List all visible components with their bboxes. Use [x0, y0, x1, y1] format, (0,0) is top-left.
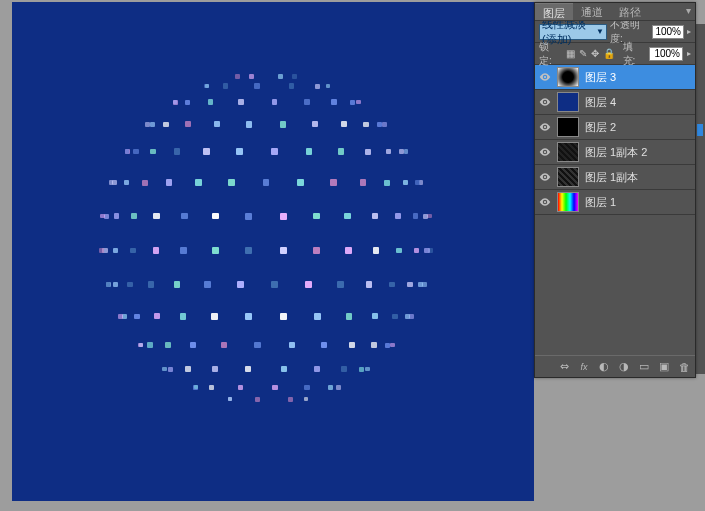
- lock-icons: ▦ ✎ ✥ 🔒: [566, 48, 615, 59]
- svg-point-2: [544, 126, 546, 128]
- link-icon[interactable]: ⇔: [557, 360, 571, 374]
- lock-all-icon[interactable]: 🔒: [603, 48, 615, 59]
- lock-fill-row: 锁定: ▦ ✎ ✥ 🔒 填充: 100% ▸: [535, 43, 695, 65]
- side-strip: [696, 24, 705, 374]
- layer-row[interactable]: 图层 1副本: [535, 165, 695, 190]
- new-layer-icon[interactable]: ▣: [657, 360, 671, 374]
- visibility-eye-icon[interactable]: [539, 71, 551, 83]
- panel-menu-icon[interactable]: ▾: [686, 5, 696, 19]
- tab-paths[interactable]: 路径: [611, 3, 649, 20]
- fill-input[interactable]: 100%: [649, 47, 683, 61]
- canvas-area[interactable]: [12, 2, 534, 501]
- layer-name: 图层 1副本 2: [585, 145, 647, 160]
- layer-thumbnail[interactable]: [557, 117, 579, 137]
- tab-layers[interactable]: 图层: [535, 3, 573, 20]
- layer-thumbnail[interactable]: [557, 167, 579, 187]
- chevron-right-icon[interactable]: ▸: [687, 27, 691, 36]
- panel-empty-area[interactable]: [535, 215, 695, 355]
- layer-row[interactable]: 图层 1: [535, 190, 695, 215]
- blend-mode-select[interactable]: 线性减淡(添加) ▼: [539, 24, 607, 40]
- mask-icon[interactable]: ◐: [597, 360, 611, 374]
- layer-name: 图层 2: [585, 120, 616, 135]
- svg-point-4: [544, 176, 546, 178]
- adjustment-icon[interactable]: ◑: [617, 360, 631, 374]
- layer-row[interactable]: 图层 4: [535, 90, 695, 115]
- visibility-eye-icon[interactable]: [539, 146, 551, 158]
- panel-footer: ⇔ fx ◐ ◑ ▭ ▣ 🗑: [535, 355, 695, 377]
- chevron-down-icon: ▼: [596, 27, 604, 36]
- layer-row[interactable]: 图层 3: [535, 65, 695, 90]
- fill-label: 填充:: [623, 40, 646, 68]
- layers-list: 图层 3图层 4图层 2图层 1副本 2图层 1副本图层 1: [535, 65, 695, 215]
- layer-thumbnail[interactable]: [557, 142, 579, 162]
- lock-label: 锁定:: [539, 40, 562, 68]
- opacity-input[interactable]: 100%: [652, 25, 684, 39]
- panel-tabs: 图层 通道 路径 ▾: [535, 3, 695, 21]
- lock-position-icon[interactable]: ✥: [591, 48, 599, 59]
- layers-panel: 图层 通道 路径 ▾ 线性减淡(添加) ▼ 不透明度: 100% ▸ 锁定: ▦…: [534, 2, 696, 378]
- svg-point-0: [544, 76, 546, 78]
- delete-icon[interactable]: 🗑: [677, 360, 691, 374]
- layer-thumbnail[interactable]: [557, 192, 579, 212]
- visibility-eye-icon[interactable]: [539, 96, 551, 108]
- layer-name: 图层 1副本: [585, 170, 638, 185]
- group-icon[interactable]: ▭: [637, 360, 651, 374]
- layer-thumbnail[interactable]: [557, 67, 579, 87]
- fx-icon[interactable]: fx: [577, 360, 591, 374]
- visibility-eye-icon[interactable]: [539, 121, 551, 133]
- lock-transparency-icon[interactable]: ▦: [566, 48, 575, 59]
- layer-row[interactable]: 图层 2: [535, 115, 695, 140]
- tab-channels[interactable]: 通道: [573, 3, 611, 20]
- visibility-eye-icon[interactable]: [539, 196, 551, 208]
- chevron-right-icon[interactable]: ▸: [687, 49, 691, 58]
- layer-row[interactable]: 图层 1副本 2: [535, 140, 695, 165]
- svg-point-3: [544, 151, 546, 153]
- layer-name: 图层 4: [585, 95, 616, 110]
- layer-thumbnail[interactable]: [557, 92, 579, 112]
- svg-point-1: [544, 101, 546, 103]
- layer-name: 图层 3: [585, 70, 616, 85]
- lock-paint-icon[interactable]: ✎: [579, 48, 587, 59]
- layer-name: 图层 1: [585, 195, 616, 210]
- visibility-eye-icon[interactable]: [539, 171, 551, 183]
- svg-point-5: [544, 201, 546, 203]
- sphere-artwork: [99, 69, 433, 409]
